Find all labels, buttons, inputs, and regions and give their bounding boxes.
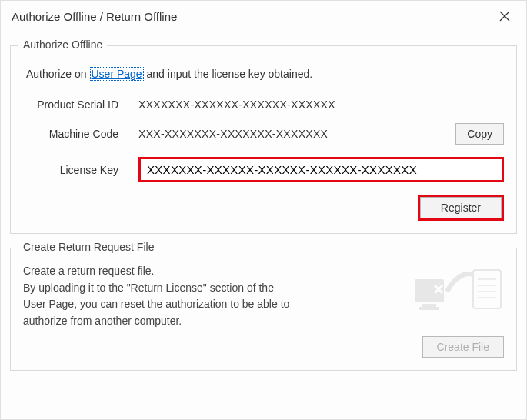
return-actions: Create File	[23, 336, 504, 358]
serial-label: Product Serial ID	[23, 98, 138, 111]
authorize-offline-dialog: Authorize Offline / Return Offline Autho…	[0, 0, 527, 420]
authorize-actions: Register	[23, 195, 504, 221]
intro-prefix: Authorize on	[26, 68, 90, 80]
return-line1: Create a return request file.	[23, 264, 402, 279]
intro-suffix: and input the license key obtained.	[144, 68, 313, 80]
license-label: License Key	[23, 164, 138, 176]
machine-value: XXX-XXXXXXX-XXXXXXX-XXXXXXX	[138, 128, 446, 140]
return-body: Create a return request file. By uploadi…	[23, 262, 504, 330]
dialog-body: Authorize Offline Authorize on User Page…	[1, 32, 526, 419]
register-button[interactable]: Register	[420, 197, 502, 218]
license-row: License Key	[23, 157, 504, 182]
return-line4: authorize from another computer.	[23, 314, 402, 329]
machine-row: Machine Code XXX-XXXXXXX-XXXXXXX-XXXXXXX…	[23, 123, 504, 145]
authorize-group-label: Authorize Offline	[18, 38, 107, 51]
register-highlight: Register	[418, 195, 504, 221]
return-transfer-icon	[412, 262, 504, 316]
license-input-highlight	[138, 157, 504, 182]
return-line2: By uploading it to the "Return License" …	[23, 281, 402, 296]
license-key-input[interactable]	[145, 162, 497, 177]
serial-value: XXXXXXX-XXXXXX-XXXXXX-XXXXXX	[138, 98, 504, 111]
authorize-offline-group: Authorize Offline Authorize on User Page…	[10, 45, 517, 234]
copy-button[interactable]: Copy	[455, 123, 504, 145]
svg-rect-4	[419, 307, 439, 310]
svg-rect-3	[422, 304, 436, 307]
svg-rect-6	[473, 270, 501, 308]
titlebar: Authorize Offline / Return Offline	[1, 1, 526, 32]
dialog-title: Authorize Offline / Return Offline	[12, 10, 489, 23]
authorize-intro: Authorize on User Page and input the lic…	[26, 68, 501, 80]
close-icon	[499, 11, 510, 22]
user-page-link[interactable]: User Page	[90, 67, 144, 81]
machine-label: Machine Code	[23, 128, 138, 140]
return-request-group: Create Return Request File Create a retu…	[10, 248, 517, 371]
return-description: Create a return request file. By uploadi…	[23, 262, 402, 330]
return-group-label: Create Return Request File	[18, 241, 158, 253]
return-line3: User Page, you can reset the authorizati…	[23, 297, 402, 312]
serial-row: Product Serial ID XXXXXXX-XXXXXX-XXXXXX-…	[23, 98, 504, 111]
create-file-button[interactable]: Create File	[422, 336, 504, 358]
close-button[interactable]	[489, 2, 520, 30]
